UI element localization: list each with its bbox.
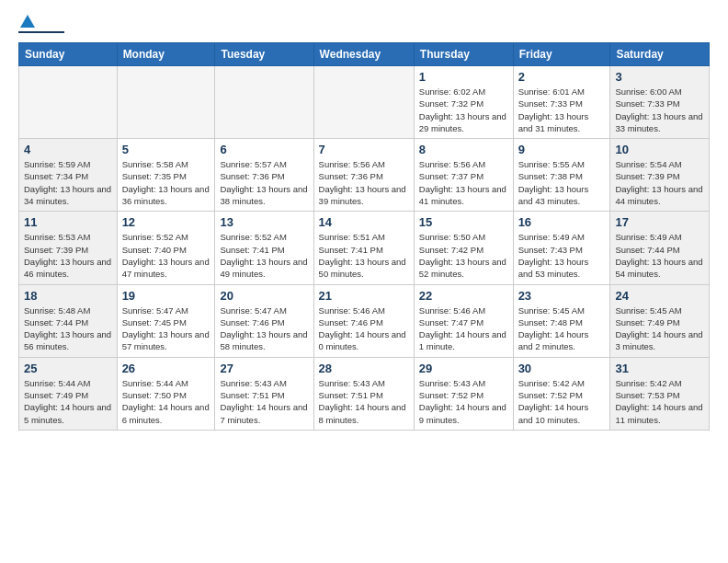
day-number: 7: [319, 143, 409, 156]
day-number: 31: [615, 362, 704, 375]
day-info: Sunrise: 5:49 AM Sunset: 7:44 PM Dayligh…: [615, 231, 704, 280]
calendar-cell-12: 12Sunrise: 5:52 AM Sunset: 7:40 PM Dayli…: [117, 212, 215, 284]
calendar-cell-11: 11Sunrise: 5:53 AM Sunset: 7:39 PM Dayli…: [19, 212, 118, 284]
day-number: 4: [24, 143, 112, 156]
calendar-cell-20: 20Sunrise: 5:47 AM Sunset: 7:46 PM Dayli…: [215, 284, 313, 357]
calendar-week-2: 4Sunrise: 5:59 AM Sunset: 7:34 PM Daylig…: [19, 139, 710, 212]
calendar-cell-15: 15Sunrise: 5:50 AM Sunset: 7:42 PM Dayli…: [414, 212, 513, 284]
calendar-cell-14: 14Sunrise: 5:51 AM Sunset: 7:41 PM Dayli…: [313, 212, 414, 284]
day-number: 12: [122, 215, 210, 229]
calendar-cell-9: 9Sunrise: 5:55 AM Sunset: 7:38 PM Daylig…: [513, 139, 610, 212]
day-info: Sunrise: 5:44 AM Sunset: 7:50 PM Dayligh…: [122, 377, 210, 426]
calendar-cell-6: 6Sunrise: 5:57 AM Sunset: 7:36 PM Daylig…: [215, 139, 313, 212]
day-number: 1: [419, 70, 508, 84]
calendar-table: SundayMondayTuesdayWednesdayThursdayFrid…: [18, 42, 710, 431]
day-info: Sunrise: 6:01 AM Sunset: 7:33 PM Dayligh…: [518, 86, 606, 134]
calendar-cell-empty: [117, 66, 215, 139]
day-number: 27: [220, 362, 308, 375]
day-info: Sunrise: 5:49 AM Sunset: 7:43 PM Dayligh…: [518, 231, 606, 280]
calendar-week-1: 1Sunrise: 6:02 AM Sunset: 7:32 PM Daylig…: [19, 66, 710, 139]
weekday-header-monday: Monday: [117, 43, 215, 66]
day-info: Sunrise: 5:47 AM Sunset: 7:45 PM Dayligh…: [122, 304, 210, 353]
day-info: Sunrise: 5:48 AM Sunset: 7:44 PM Dayligh…: [24, 304, 112, 353]
calendar-cell-16: 16Sunrise: 5:49 AM Sunset: 7:43 PM Dayli…: [513, 212, 610, 284]
day-info: Sunrise: 5:58 AM Sunset: 7:35 PM Dayligh…: [122, 158, 210, 207]
day-info: Sunrise: 5:42 AM Sunset: 7:52 PM Dayligh…: [518, 377, 606, 426]
calendar-cell-17: 17Sunrise: 5:49 AM Sunset: 7:44 PM Dayli…: [610, 212, 710, 284]
calendar-cell-8: 8Sunrise: 5:56 AM Sunset: 7:37 PM Daylig…: [414, 139, 513, 212]
day-number: 20: [220, 289, 308, 303]
day-number: 16: [518, 215, 606, 229]
day-number: 21: [319, 289, 409, 303]
day-number: 6: [220, 143, 308, 156]
day-number: 29: [419, 362, 508, 375]
day-number: 3: [615, 70, 704, 84]
day-info: Sunrise: 5:47 AM Sunset: 7:46 PM Dayligh…: [220, 304, 308, 353]
day-number: 26: [122, 362, 210, 375]
calendar-cell-23: 23Sunrise: 5:45 AM Sunset: 7:48 PM Dayli…: [513, 284, 610, 357]
logo-underline: [18, 31, 64, 33]
day-number: 28: [319, 362, 409, 375]
day-info: Sunrise: 5:44 AM Sunset: 7:49 PM Dayligh…: [24, 377, 112, 426]
calendar-cell-5: 5Sunrise: 5:58 AM Sunset: 7:35 PM Daylig…: [117, 139, 215, 212]
calendar-cell-empty: [215, 66, 313, 139]
calendar-cell-27: 27Sunrise: 5:43 AM Sunset: 7:51 PM Dayli…: [215, 357, 313, 430]
calendar-cell-4: 4Sunrise: 5:59 AM Sunset: 7:34 PM Daylig…: [19, 139, 118, 212]
page-header: [18, 15, 710, 33]
calendar-cell-7: 7Sunrise: 5:56 AM Sunset: 7:36 PM Daylig…: [313, 139, 414, 212]
calendar-cell-30: 30Sunrise: 5:42 AM Sunset: 7:52 PM Dayli…: [513, 357, 610, 430]
day-number: 23: [518, 289, 606, 303]
day-info: Sunrise: 5:57 AM Sunset: 7:36 PM Dayligh…: [220, 158, 308, 207]
day-info: Sunrise: 5:43 AM Sunset: 7:52 PM Dayligh…: [419, 377, 508, 426]
day-info: Sunrise: 5:46 AM Sunset: 7:46 PM Dayligh…: [319, 304, 409, 353]
calendar-cell-22: 22Sunrise: 5:46 AM Sunset: 7:47 PM Dayli…: [414, 284, 513, 357]
calendar-cell-28: 28Sunrise: 5:43 AM Sunset: 7:51 PM Dayli…: [313, 357, 414, 430]
day-info: Sunrise: 5:52 AM Sunset: 7:41 PM Dayligh…: [220, 231, 308, 280]
day-number: 11: [24, 215, 112, 229]
calendar-header-row: SundayMondayTuesdayWednesdayThursdayFrid…: [19, 43, 710, 66]
calendar-cell-13: 13Sunrise: 5:52 AM Sunset: 7:41 PM Dayli…: [215, 212, 313, 284]
day-number: 10: [615, 143, 704, 156]
calendar-cell-10: 10Sunrise: 5:54 AM Sunset: 7:39 PM Dayli…: [610, 139, 710, 212]
day-info: Sunrise: 5:42 AM Sunset: 7:53 PM Dayligh…: [615, 377, 704, 426]
calendar-cell-empty: [19, 66, 118, 139]
day-info: Sunrise: 5:43 AM Sunset: 7:51 PM Dayligh…: [319, 377, 409, 426]
day-number: 5: [122, 143, 210, 156]
day-number: 24: [615, 289, 704, 303]
calendar-cell-24: 24Sunrise: 5:45 AM Sunset: 7:49 PM Dayli…: [610, 284, 710, 357]
day-info: Sunrise: 5:45 AM Sunset: 7:48 PM Dayligh…: [518, 304, 606, 353]
day-number: 30: [518, 362, 606, 375]
calendar-cell-25: 25Sunrise: 5:44 AM Sunset: 7:49 PM Dayli…: [19, 357, 118, 430]
day-number: 2: [518, 70, 606, 84]
day-info: Sunrise: 5:52 AM Sunset: 7:40 PM Dayligh…: [122, 231, 210, 280]
logo-triangle-icon: [20, 15, 35, 28]
day-info: Sunrise: 5:43 AM Sunset: 7:51 PM Dayligh…: [220, 377, 308, 426]
day-number: 22: [419, 289, 508, 303]
day-info: Sunrise: 5:54 AM Sunset: 7:39 PM Dayligh…: [615, 158, 704, 207]
day-number: 13: [220, 215, 308, 229]
weekday-header-sunday: Sunday: [19, 43, 118, 66]
day-info: Sunrise: 6:02 AM Sunset: 7:32 PM Dayligh…: [419, 86, 508, 134]
calendar-cell-21: 21Sunrise: 5:46 AM Sunset: 7:46 PM Dayli…: [313, 284, 414, 357]
calendar-cell-26: 26Sunrise: 5:44 AM Sunset: 7:50 PM Dayli…: [117, 357, 215, 430]
day-info: Sunrise: 5:56 AM Sunset: 7:37 PM Dayligh…: [419, 158, 508, 207]
calendar-cell-31: 31Sunrise: 5:42 AM Sunset: 7:53 PM Dayli…: [610, 357, 710, 430]
day-number: 25: [24, 362, 112, 375]
day-number: 17: [615, 215, 704, 229]
calendar-cell-1: 1Sunrise: 6:02 AM Sunset: 7:32 PM Daylig…: [414, 66, 513, 139]
weekday-header-thursday: Thursday: [414, 43, 513, 66]
day-number: 19: [122, 289, 210, 303]
day-number: 8: [419, 143, 508, 156]
weekday-header-tuesday: Tuesday: [215, 43, 313, 66]
day-info: Sunrise: 5:56 AM Sunset: 7:36 PM Dayligh…: [319, 158, 409, 207]
weekday-header-saturday: Saturday: [610, 43, 710, 66]
day-info: Sunrise: 5:55 AM Sunset: 7:38 PM Dayligh…: [518, 158, 606, 207]
calendar-cell-18: 18Sunrise: 5:48 AM Sunset: 7:44 PM Dayli…: [19, 284, 118, 357]
weekday-header-wednesday: Wednesday: [313, 43, 414, 66]
day-info: Sunrise: 5:46 AM Sunset: 7:47 PM Dayligh…: [419, 304, 508, 353]
day-number: 9: [518, 143, 606, 156]
calendar-cell-3: 3Sunrise: 6:00 AM Sunset: 7:33 PM Daylig…: [610, 66, 710, 139]
calendar-cell-29: 29Sunrise: 5:43 AM Sunset: 7:52 PM Dayli…: [414, 357, 513, 430]
day-info: Sunrise: 6:00 AM Sunset: 7:33 PM Dayligh…: [615, 86, 704, 134]
day-info: Sunrise: 5:53 AM Sunset: 7:39 PM Dayligh…: [24, 231, 112, 280]
